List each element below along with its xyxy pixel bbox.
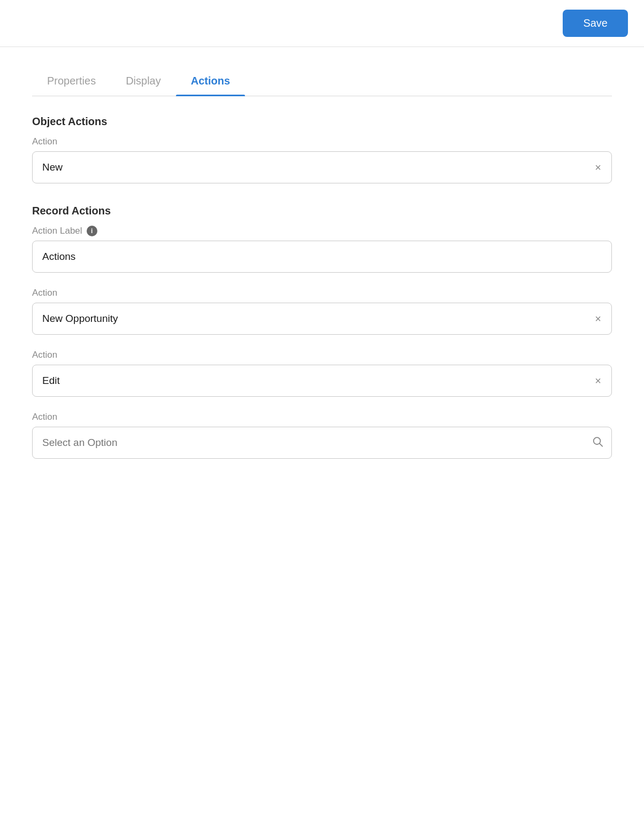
info-icon[interactable]: i — [87, 226, 97, 236]
object-actions-section: Object Actions Action × — [32, 115, 612, 183]
action-label-field: Action Label i — [32, 226, 612, 273]
record-action1-input[interactable] — [32, 303, 612, 335]
record-action3-label: Action — [32, 412, 612, 422]
object-action-field: Action × — [32, 136, 612, 183]
main-content: Properties Display Actions Object Action… — [0, 47, 644, 495]
record-action3-field: Action — [32, 412, 612, 459]
record-actions-title: Record Actions — [32, 205, 612, 217]
object-action-clear-button[interactable]: × — [593, 159, 603, 176]
record-action2-label: Action — [32, 350, 612, 360]
object-actions-title: Object Actions — [32, 115, 612, 128]
record-action1-field: Action × — [32, 288, 612, 335]
record-actions-section: Record Actions Action Label i Action × A… — [32, 205, 612, 459]
object-action-label: Action — [32, 136, 612, 147]
record-action2-input[interactable] — [32, 365, 612, 397]
tabs: Properties Display Actions — [32, 68, 612, 96]
record-action1-clear-button[interactable]: × — [593, 311, 603, 327]
action-label-input[interactable] — [32, 241, 612, 273]
record-action2-clear-button[interactable]: × — [593, 373, 603, 389]
save-button[interactable]: Save — [563, 10, 628, 37]
tab-display[interactable]: Display — [111, 68, 176, 96]
tab-actions[interactable]: Actions — [176, 68, 245, 96]
action-label-label: Action Label i — [32, 226, 612, 236]
record-action1-label: Action — [32, 288, 612, 298]
top-bar: Save — [0, 0, 644, 47]
record-action3-input[interactable] — [32, 427, 612, 459]
record-action2-field: Action × — [32, 350, 612, 397]
object-action-input[interactable] — [32, 151, 612, 183]
tab-properties[interactable]: Properties — [32, 68, 111, 96]
